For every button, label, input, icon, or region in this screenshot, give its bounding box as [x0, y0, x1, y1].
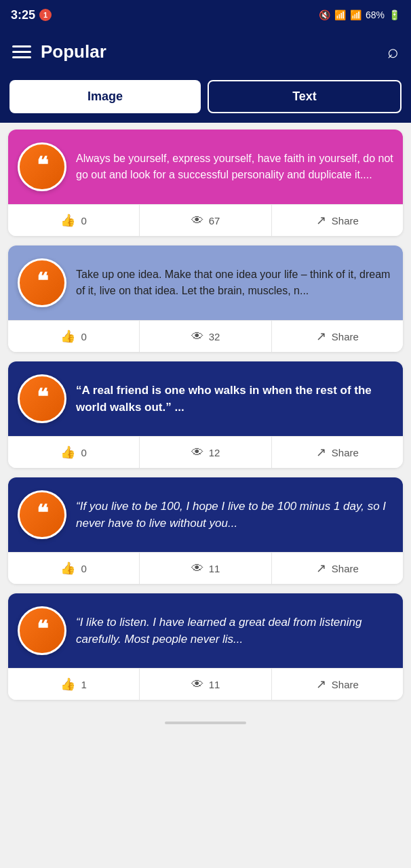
quote-actions-5: 👍 1 👁 11 ↗ Share	[8, 668, 403, 700]
views-icon-4: 👁	[191, 561, 203, 576]
quote-text-3: “A real friend is one who walks in when …	[76, 382, 393, 416]
time-display: 3:25	[11, 8, 35, 22]
quote-icon-4: ❝	[18, 490, 66, 539]
views-button-5[interactable]: 👁 11	[139, 669, 271, 700]
quote-icon-2: ❝	[18, 258, 66, 307]
like-count-2: 0	[81, 331, 86, 342]
share-icon-2: ↗	[316, 329, 326, 344]
quote-text-2: Take up one idea. Make that one idea you…	[76, 267, 393, 299]
share-button-2[interactable]: ↗ Share	[271, 321, 403, 352]
quote-mark-icon-2: ❝	[37, 270, 48, 292]
quote-card-3: ❝ “A real friend is one who walks in whe…	[8, 361, 403, 468]
search-button[interactable]: ⌕	[387, 41, 399, 62]
like-count-3: 0	[81, 447, 86, 458]
like-icon-4: 👍	[60, 561, 75, 576]
like-button-2[interactable]: 👍 0	[8, 321, 139, 352]
like-button-3[interactable]: 👍 0	[8, 437, 139, 468]
share-button-3[interactable]: ↗ Share	[271, 437, 403, 468]
views-count-1: 67	[209, 215, 220, 226]
status-bar: 3:25 1 🔇 📶 📶 68% 🔋	[0, 0, 411, 30]
share-icon-4: ↗	[316, 561, 326, 576]
battery-icon: 🔋	[389, 9, 400, 20]
like-icon-1: 👍	[60, 213, 75, 228]
tab-text[interactable]: Text	[208, 80, 402, 113]
like-button-1[interactable]: 👍 0	[8, 205, 139, 236]
quote-icon-1: ❝	[18, 142, 66, 191]
share-label-5: Share	[332, 679, 359, 690]
quote-mark-icon-5: ❝	[37, 618, 48, 639]
like-button-5[interactable]: 👍 1	[8, 669, 139, 700]
views-count-4: 11	[209, 563, 220, 574]
share-button-1[interactable]: ↗ Share	[271, 205, 403, 236]
quote-content-5: ❝ “I like to listen. I have learned a gr…	[8, 593, 403, 668]
views-count-3: 12	[209, 447, 220, 458]
quote-mark-icon-4: ❝	[37, 502, 48, 524]
like-icon-3: 👍	[60, 445, 75, 460]
views-count-5: 11	[209, 679, 220, 690]
views-icon-5: 👁	[191, 677, 203, 692]
share-label-1: Share	[332, 215, 359, 226]
like-count-1: 0	[81, 215, 86, 226]
status-icons: 🔇 📶 📶 68% 🔋	[319, 9, 400, 20]
wifi-icon: 📶	[334, 9, 346, 20]
views-icon-2: 👁	[191, 330, 203, 344]
quote-card-5: ❝ “I like to listen. I have learned a gr…	[8, 593, 403, 700]
scroll-indicator	[165, 722, 246, 724]
views-button-4[interactable]: 👁 11	[139, 553, 271, 584]
quote-text-4: “If you live to be 100, I hope I live to…	[76, 498, 393, 532]
share-icon-3: ↗	[316, 445, 326, 460]
like-icon-2: 👍	[60, 329, 75, 344]
quote-actions-4: 👍 0 👁 11 ↗ Share	[8, 552, 403, 584]
quote-card-2: ❝ Take up one idea. Make that one idea y…	[8, 245, 403, 352]
quote-text-1: Always be yourself, express yourself, ha…	[76, 151, 393, 183]
battery-display: 68%	[366, 9, 385, 20]
notification-badge: 1	[39, 9, 52, 21]
quote-text-5: “I like to listen. I have learned a grea…	[76, 614, 393, 648]
quote-actions-2: 👍 0 👁 32 ↗ Share	[8, 320, 403, 352]
quote-card-1: ❝ Always be yourself, express yourself, …	[8, 130, 403, 236]
quote-icon-3: ❝	[18, 374, 66, 423]
page-title: Popular	[41, 41, 106, 62]
quote-content-3: ❝ “A real friend is one who walks in whe…	[8, 361, 403, 436]
status-time: 3:25 1	[11, 8, 52, 22]
quote-icon-5: ❝	[18, 606, 66, 655]
header-left: Popular	[12, 41, 106, 62]
share-icon-1: ↗	[316, 213, 326, 228]
menu-button[interactable]	[12, 45, 31, 58]
share-button-4[interactable]: ↗ Share	[271, 553, 403, 584]
tab-bar: Image Text	[0, 73, 411, 123]
quote-actions-3: 👍 0 👁 12 ↗ Share	[8, 436, 403, 468]
views-icon-1: 👁	[191, 214, 203, 228]
quote-content-2: ❝ Take up one idea. Make that one idea y…	[8, 245, 403, 320]
views-count-2: 32	[209, 331, 220, 342]
content-area: ❝ Always be yourself, express yourself, …	[0, 123, 411, 716]
views-button-3[interactable]: 👁 12	[139, 437, 271, 468]
header: Popular ⌕	[0, 30, 411, 73]
quote-content-4: ❝ “If you live to be 100, I hope I live …	[8, 477, 403, 552]
quote-mark-icon: ❝	[37, 154, 48, 176]
quote-actions-1: 👍 0 👁 67 ↗ Share	[8, 204, 403, 236]
mute-icon: 🔇	[319, 9, 330, 20]
views-button-1[interactable]: 👁 67	[139, 205, 271, 236]
quote-mark-icon-3: ❝	[37, 386, 48, 408]
like-count-4: 0	[81, 563, 86, 574]
share-button-5[interactable]: ↗ Share	[271, 669, 403, 700]
views-button-2[interactable]: 👁 32	[139, 321, 271, 352]
quote-content-1: ❝ Always be yourself, express yourself, …	[8, 130, 403, 204]
share-label-2: Share	[332, 331, 359, 342]
quote-card-4: ❝ “If you live to be 100, I hope I live …	[8, 477, 403, 584]
like-count-5: 1	[81, 679, 86, 690]
signal-icon: 📶	[350, 9, 361, 20]
like-button-4[interactable]: 👍 0	[8, 553, 139, 584]
like-icon-5: 👍	[60, 677, 75, 692]
share-label-3: Share	[332, 447, 359, 458]
share-icon-5: ↗	[316, 677, 326, 692]
share-label-4: Share	[332, 563, 359, 574]
views-icon-3: 👁	[191, 446, 203, 460]
tab-image[interactable]: Image	[9, 80, 201, 113]
